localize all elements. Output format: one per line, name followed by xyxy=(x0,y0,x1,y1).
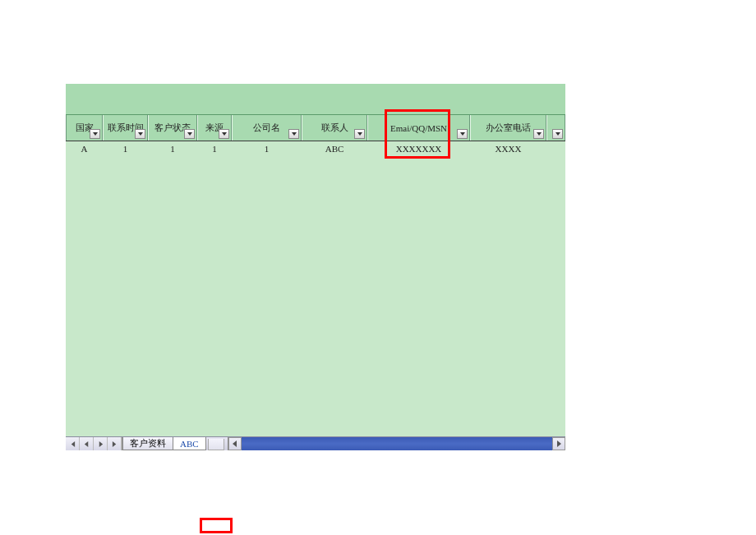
header-label: 联系人 xyxy=(321,122,348,134)
filter-dropdown-icon[interactable] xyxy=(288,129,299,139)
tab-nav-first-icon[interactable] xyxy=(66,437,80,450)
cell-extra[interactable] xyxy=(546,141,565,156)
filter-dropdown-icon[interactable] xyxy=(90,129,100,139)
pre-header-space xyxy=(66,84,565,115)
tab-nav-group xyxy=(66,437,122,450)
header-cell-email-qq-msn[interactable]: Emai/QQ/MSN xyxy=(367,115,470,141)
spreadsheet-area: 国家 联系时间 客户状态 来源 公司名 联系人 Emai/QQ/MSN 办公室 xyxy=(66,84,565,450)
header-cell-extra[interactable] xyxy=(546,115,565,141)
sheet-tab-abc[interactable]: ABC xyxy=(173,437,206,450)
new-sheet-tab-icon[interactable] xyxy=(208,439,224,450)
sheet-tabs: 客户资料 ABC xyxy=(122,437,224,450)
filter-dropdown-icon[interactable] xyxy=(533,129,544,139)
filter-dropdown-icon[interactable] xyxy=(135,129,145,139)
filter-dropdown-icon[interactable] xyxy=(219,129,229,139)
cell-company-name[interactable]: 1 xyxy=(232,141,302,156)
cell-email[interactable]: XXXXXXX xyxy=(367,141,470,156)
header-cell-contact-time[interactable]: 联系时间 xyxy=(103,115,148,141)
filter-dropdown-icon[interactable] xyxy=(354,129,365,139)
sheet-tab-customer-data[interactable]: 客户资料 xyxy=(122,437,173,450)
cell-customer-status[interactable]: 1 xyxy=(148,141,197,156)
horizontal-scrollbar[interactable] xyxy=(228,437,565,450)
cell-contact-time[interactable]: 1 xyxy=(103,141,148,156)
header-label: 办公室电话 xyxy=(486,122,531,134)
header-cell-company-name[interactable]: 公司名 xyxy=(232,115,302,141)
filter-dropdown-icon[interactable] xyxy=(457,129,468,139)
header-cell-source[interactable]: 来源 xyxy=(197,115,232,141)
table-row[interactable]: A 1 1 1 1 ABC XXXXXXX XXXX xyxy=(66,141,565,156)
cell-country[interactable]: A xyxy=(66,141,103,156)
highlight-abc-tab xyxy=(200,518,233,533)
table-header-row: 国家 联系时间 客户状态 来源 公司名 联系人 Emai/QQ/MSN 办公室 xyxy=(66,115,565,141)
tab-nav-prev-icon[interactable] xyxy=(80,437,94,450)
sheet-tab-bar: 客户资料 ABC xyxy=(66,436,565,450)
header-label: 公司名 xyxy=(253,122,280,134)
scroll-right-icon[interactable] xyxy=(552,437,565,450)
header-label: Emai/QQ/MSN xyxy=(390,123,447,133)
header-cell-office-phone[interactable]: 办公室电话 xyxy=(470,115,546,141)
tab-nav-next-icon[interactable] xyxy=(94,437,108,450)
scroll-left-icon[interactable] xyxy=(228,437,242,450)
cell-office-phone[interactable]: XXXX xyxy=(470,141,546,156)
cell-contact-person[interactable]: ABC xyxy=(302,141,367,156)
filter-dropdown-icon[interactable] xyxy=(184,129,195,139)
header-cell-country[interactable]: 国家 xyxy=(66,115,103,141)
cell-source[interactable]: 1 xyxy=(197,141,232,156)
header-cell-contact-person[interactable]: 联系人 xyxy=(302,115,367,141)
tab-nav-last-icon[interactable] xyxy=(108,437,122,450)
header-cell-customer-status[interactable]: 客户状态 xyxy=(148,115,197,141)
empty-grid-body[interactable] xyxy=(66,156,565,450)
filter-dropdown-icon[interactable] xyxy=(552,129,563,139)
